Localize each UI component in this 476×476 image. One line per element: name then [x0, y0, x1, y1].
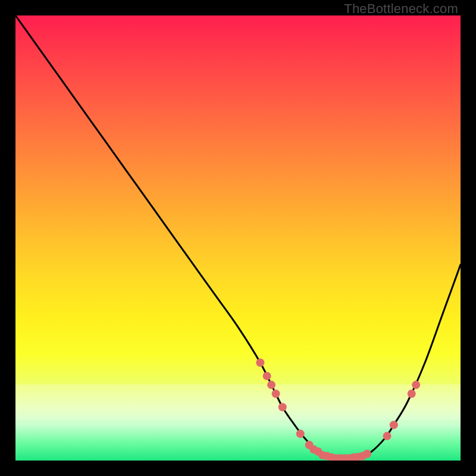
watermark-text: TheBottleneck.com	[344, 1, 458, 17]
chart-marker	[363, 450, 371, 458]
chart-marker	[272, 390, 280, 398]
chart-marker	[408, 390, 416, 398]
chart-frame	[15, 15, 461, 461]
chart-plot	[15, 15, 461, 461]
chart-marker	[296, 430, 305, 438]
bottleneck-curve	[15, 15, 461, 459]
chart-marker	[383, 432, 392, 440]
chart-marker	[267, 381, 275, 389]
chart-marker	[412, 381, 420, 389]
chart-marker	[278, 403, 287, 411]
chart-marker	[263, 372, 271, 380]
chart-marker	[256, 358, 264, 367]
chart-marker	[390, 421, 398, 429]
chart-markers	[256, 358, 420, 461]
